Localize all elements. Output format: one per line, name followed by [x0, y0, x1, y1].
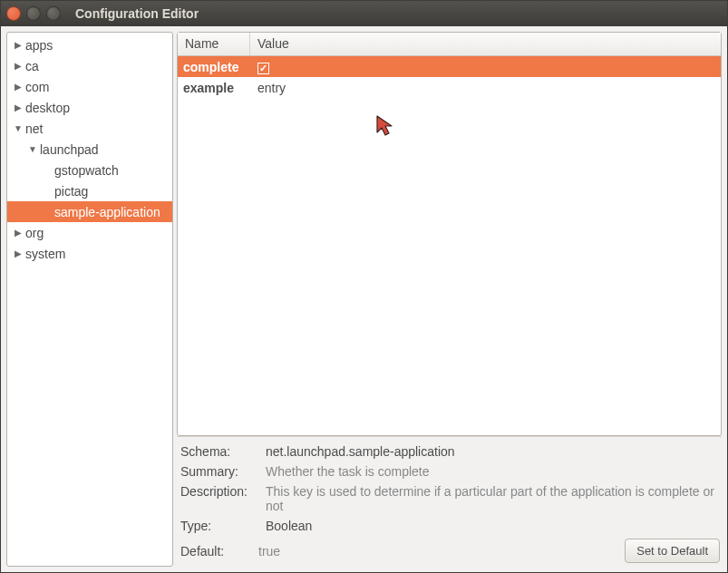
tree-item-apps[interactable]: ▶apps — [7, 34, 172, 55]
table-row[interactable]: complete✓ — [178, 56, 721, 77]
default-label: Default: — [177, 544, 258, 558]
table-header: Name Value — [178, 33, 721, 56]
chevron-down-icon: ▼ — [27, 144, 38, 154]
window-title: Configuration Editor — [75, 6, 199, 21]
key-value[interactable]: entry — [250, 81, 721, 95]
tree-item-launchpad[interactable]: ▼launchpad — [7, 139, 172, 160]
description-label: Description: — [177, 484, 262, 499]
maximize-icon[interactable] — [46, 6, 61, 21]
table-body[interactable]: complete✓exampleentry — [178, 56, 721, 435]
tree-item-label: apps — [25, 38, 53, 53]
set-to-default-button[interactable]: Set to Default — [625, 539, 720, 563]
right-pane: Name Value complete✓exampleentry Schema:… — [177, 32, 722, 567]
column-name[interactable]: Name — [178, 33, 250, 55]
tree-item-label: pictag — [54, 184, 88, 199]
tree-item-ca[interactable]: ▶ca — [7, 55, 172, 76]
chevron-right-icon: ▶ — [13, 40, 24, 50]
tree-item-net[interactable]: ▼net — [7, 118, 172, 139]
key-value[interactable]: ✓ — [250, 60, 721, 74]
tree-item-label: ca — [25, 59, 39, 73]
key-name: complete — [178, 60, 250, 74]
chevron-down-icon: ▼ — [13, 123, 24, 133]
summary-value: Whether the task is complete — [266, 464, 722, 479]
table-row[interactable]: exampleentry — [178, 77, 721, 98]
chevron-right-icon: ▶ — [13, 102, 24, 112]
tree-item-label: sample-application — [54, 205, 160, 219]
titlebar: Configuration Editor — [1, 1, 727, 26]
type-label: Type: — [177, 519, 262, 533]
tree-item-label: launchpad — [40, 142, 99, 157]
details-panel: Schema: net.launchpad.sample-application… — [177, 436, 722, 567]
tree-item-desktop[interactable]: ▶desktop — [7, 97, 172, 118]
tree-item-system[interactable]: ▶system — [7, 243, 172, 264]
checkbox-icon[interactable]: ✓ — [257, 63, 269, 74]
summary-label: Summary: — [177, 464, 262, 479]
default-value: true — [258, 544, 625, 558]
close-icon[interactable] — [6, 6, 21, 21]
tree-item-sample-application[interactable]: ▶sample-application — [7, 201, 172, 222]
tree-item-label: system — [25, 247, 65, 261]
tree-item-label: net — [25, 121, 43, 136]
column-value[interactable]: Value — [250, 33, 721, 55]
content-area: ▶apps▶ca▶com▶desktop▼net▼launchpad▶gstop… — [1, 26, 727, 572]
schema-value: net.launchpad.sample-application — [266, 444, 722, 459]
tree-item-pictag[interactable]: ▶pictag — [7, 180, 172, 201]
tree-item-label: desktop — [25, 101, 70, 115]
key-table: Name Value complete✓exampleentry — [177, 32, 722, 436]
chevron-right-icon: ▶ — [13, 61, 24, 71]
tree-item-org[interactable]: ▶org — [7, 222, 172, 243]
tree-pane[interactable]: ▶apps▶ca▶com▶desktop▼net▼launchpad▶gstop… — [6, 32, 173, 567]
schema-label: Schema: — [177, 444, 262, 459]
chevron-right-icon: ▶ — [13, 228, 24, 238]
chevron-right-icon: ▶ — [13, 82, 24, 92]
window: Configuration Editor ▶apps▶ca▶com▶deskto… — [0, 0, 728, 573]
description-value: This key is used to determine if a parti… — [266, 484, 722, 513]
minimize-icon[interactable] — [26, 6, 41, 21]
tree-item-com[interactable]: ▶com — [7, 76, 172, 97]
tree-item-gstopwatch[interactable]: ▶gstopwatch — [7, 160, 172, 180]
tree-item-label: org — [25, 226, 44, 240]
key-name: example — [178, 81, 250, 95]
type-value: Boolean — [266, 519, 722, 533]
chevron-right-icon: ▶ — [13, 248, 24, 258]
tree-item-label: gstopwatch — [54, 163, 119, 178]
tree-item-label: com — [25, 80, 49, 94]
